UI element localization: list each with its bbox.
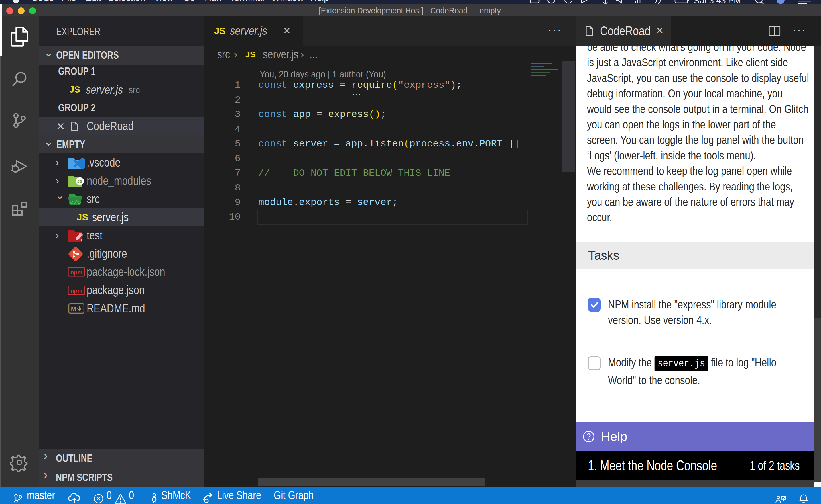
svg-text:</>: </> <box>70 200 81 206</box>
svg-text:npm: npm <box>70 269 82 276</box>
svg-text:npm: npm <box>70 288 82 294</box>
svg-text:JS: JS <box>77 179 82 184</box>
svg-text:M: M <box>71 305 76 312</box>
svg-text:Sat 3:43 PM: Sat 3:43 PM <box>694 0 741 4</box>
